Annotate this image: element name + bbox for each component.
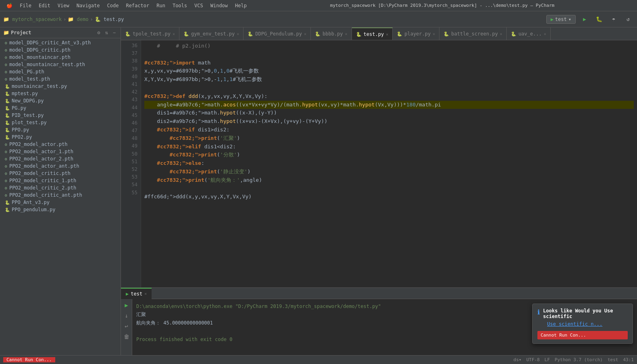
sidebar-file-item[interactable]: 🐍PPO_Ant_v3.py	[0, 199, 121, 206]
menu-apple[interactable]: 🍎	[3, 2, 16, 10]
file-label: mptest.py	[12, 91, 38, 96]
notification-link[interactable]: Use scientific n...	[547, 321, 602, 327]
code-lines[interactable]: # # p2.join() #cc7832;">import mathx,y,v…	[141, 40, 637, 287]
menu-help[interactable]: Help	[232, 2, 250, 10]
sidebar-file-item[interactable]: 🐍PPO2.py	[0, 133, 121, 141]
sidebar-file-item[interactable]: ⚙PPO2_model_critic_2.pth	[0, 184, 121, 191]
menu-edit[interactable]: Edit	[35, 2, 54, 10]
refresh-button[interactable]: ↺	[622, 14, 634, 25]
sidebar-file-item[interactable]: 🐍mptest.py	[0, 90, 121, 97]
editor-tab[interactable]: 🐍DDPG_Pendulum.py×	[244, 27, 311, 40]
status-utf8[interactable]: UTF-8	[526, 357, 539, 362]
sidebar-file-item[interactable]: ⚙PPO2_model_actor.pth	[0, 141, 121, 148]
run-down-btn[interactable]: ↓	[122, 311, 131, 320]
sidebar-file-item[interactable]: ⚙model_DDPG_critic_Ant_v3.pth	[0, 39, 121, 46]
sidebar-file-item[interactable]: ⚙PPO2_model_critic_ant.pth	[0, 191, 121, 199]
sidebar-file-item[interactable]: ⚙PPO2_model_critic_1.pth	[0, 177, 121, 184]
code-line: # # p2.join()	[144, 42, 634, 50]
editor-tab[interactable]: 🐍bbbb.py×	[311, 27, 352, 40]
run-button[interactable]: ▶	[579, 14, 590, 25]
sidebar-file-item[interactable]: 🐍New_DDPG.py	[0, 97, 121, 104]
tab-close-btn[interactable]: ×	[500, 32, 502, 36]
python-file-icon: 🐍	[5, 106, 10, 110]
tab-close-btn[interactable]: ×	[433, 32, 435, 36]
file-label: model_PG.pth	[9, 69, 44, 75]
coverage-button[interactable]: ☂	[608, 14, 619, 25]
line-number: 38	[123, 57, 137, 65]
code-line: dis1=#a9b7c6;">math.hypot((x-X),(y-Y))	[144, 109, 634, 117]
run-tab-test[interactable]: ▶ test ✕	[121, 288, 152, 299]
editor-tab[interactable]: 🐍gym_env_test.py×	[179, 27, 244, 40]
menu-code[interactable]: Code	[104, 2, 122, 10]
sidebar-file-item[interactable]: ⚙PPO2_model_critic.pth	[0, 170, 121, 177]
pth-file-icon: ⚙	[5, 48, 7, 52]
editor-tab[interactable]: 🐍tpole_test.py×	[121, 27, 179, 40]
run-wrap-btn[interactable]: ↩	[122, 322, 131, 331]
menu-file[interactable]: File	[17, 2, 35, 10]
run-tab-close[interactable]: ✕	[144, 291, 147, 296]
code-line	[144, 185, 634, 193]
sidebar-expand-icon[interactable]: ⇅	[104, 29, 110, 36]
sidebar-file-item[interactable]: 🐍PID_test.py	[0, 112, 121, 119]
notification-header: ℹ Looks like Would you Use scientific	[537, 308, 628, 319]
sidebar-file-item[interactable]: 🐍mountaincar_test.py	[0, 83, 121, 90]
tab-close-btn[interactable]: ×	[304, 32, 306, 36]
status-python[interactable]: Python 3.7 (torch)	[555, 357, 603, 362]
tab-close-btn[interactable]: ×	[544, 32, 546, 36]
menu-tools[interactable]: Tools	[169, 2, 190, 10]
file-label: PPO2_model_critic_1.pth	[9, 178, 76, 183]
sidebar-file-item[interactable]: 🐍PG.py	[0, 104, 121, 112]
file-label: mountaincar_test.py	[12, 83, 67, 89]
sidebar-file-item[interactable]: ⚙model_test.pth	[0, 75, 121, 83]
tab-label: gym_env_test.py	[191, 31, 235, 37]
sidebar-file-item[interactable]: 🐍plot_test.py	[0, 119, 121, 126]
breadcrumb-file[interactable]: 🐍 test.py	[95, 17, 124, 22]
code-editor[interactable]: 3637383940414243444546474849505152535455…	[121, 40, 637, 287]
debug-button[interactable]: 🐛	[593, 14, 605, 25]
run-config-label: test	[555, 17, 567, 22]
sidebar-close-icon[interactable]: −	[111, 29, 117, 36]
statusbar: Cannot Run Con... ds▾ UTF-8 LF Python 3.…	[0, 355, 637, 364]
sidebar-file-item[interactable]: ⚙model_DDPG_critic.pth	[0, 46, 121, 54]
tab-icon: 🐍	[248, 31, 253, 37]
tab-close-btn[interactable]: ×	[386, 32, 388, 37]
editor-tab[interactable]: 🐍test.py×	[352, 27, 393, 40]
python-file-icon: 🐍	[5, 128, 10, 132]
run-clear-btn[interactable]: 🗑	[122, 332, 131, 341]
pth-file-icon: ⚙	[5, 164, 7, 168]
sidebar-file-item[interactable]: 🐍PPO.py	[0, 126, 121, 133]
pth-file-icon: ⚙	[5, 70, 7, 74]
menu-window[interactable]: Window	[207, 2, 231, 10]
editor-tab[interactable]: 🐍player.py×	[393, 27, 439, 40]
menu-view[interactable]: View	[54, 2, 73, 10]
sidebar-file-item[interactable]: ⚙PPO2_model_actor_2.pth	[0, 155, 121, 162]
menu-navigate[interactable]: Navigate	[73, 2, 103, 10]
tab-close-btn[interactable]: ×	[237, 32, 239, 36]
status-encoding[interactable]: ds▾	[514, 357, 522, 362]
run-play-btn[interactable]: ▶	[122, 301, 131, 310]
sidebar-file-item[interactable]: ⚙model_mountaincar_test.pth	[0, 61, 121, 68]
sidebar-file-item[interactable]: ⚙PPO2_model_actor_ant.pth	[0, 162, 121, 170]
tab-icon: 🐍	[125, 31, 131, 37]
sidebar-file-item[interactable]: ⚙PPO2_model_actor_1.pth	[0, 148, 121, 155]
file-label: model_DDPG_critic.pth	[9, 47, 71, 53]
sidebar-file-item[interactable]: ⚙model_PG.pth	[0, 68, 121, 75]
editor-tab[interactable]: 🐍uav_e...×	[507, 27, 551, 40]
run-config-dropdown[interactable]: ▶ test ▾	[546, 15, 576, 24]
breadcrumb-demo[interactable]: 📁 demo	[68, 17, 88, 22]
cannot-run-banner[interactable]: Cannot Run Con...	[537, 331, 628, 339]
breadcrumb-project[interactable]: 📁 mytorch_spacework	[3, 17, 62, 22]
status-lf[interactable]: LF	[545, 357, 550, 362]
menu-refactor[interactable]: Refactor	[123, 2, 152, 10]
status-run-config[interactable]: test	[608, 357, 618, 362]
tab-close-btn[interactable]: ×	[345, 32, 348, 36]
menu-vcs[interactable]: VCS	[191, 2, 206, 10]
sidebar-file-item[interactable]: 🐍PPO_pendulum.py	[0, 206, 121, 213]
sidebar-file-item[interactable]: ⚙model_mountaincar.pth	[0, 54, 121, 61]
tab-close-btn[interactable]: ×	[173, 32, 175, 36]
status-error[interactable]: Cannot Run Con...	[3, 357, 55, 362]
pth-file-icon: ⚙	[5, 62, 7, 67]
editor-tab[interactable]: 🐍battle_screen.py×	[439, 27, 507, 40]
sidebar-settings-icon[interactable]: ⚙	[96, 29, 102, 36]
menu-run[interactable]: Run	[153, 2, 169, 10]
